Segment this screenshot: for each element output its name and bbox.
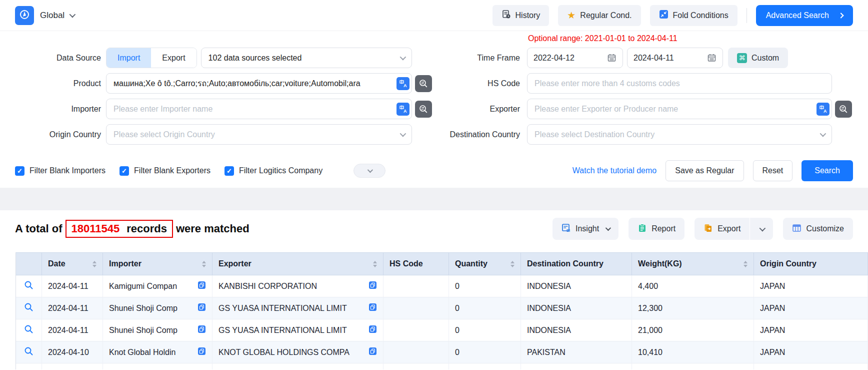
advanced-search-button[interactable]: Advanced Search (756, 5, 853, 26)
custom-range-button[interactable]: ⌘ Custom (728, 48, 788, 68)
chevron-down-icon[interactable] (70, 12, 76, 18)
cell-quantity: 0 (449, 275, 521, 297)
history-button[interactable]: History (492, 5, 550, 26)
cell-importer: Shunei Shoji Comp (103, 297, 212, 319)
row-search-icon[interactable] (24, 324, 34, 336)
translate-icon[interactable]: A (816, 103, 830, 116)
date-start-input[interactable]: 2022-04-12 (527, 48, 623, 68)
table-header-row: Date Importer Exporter HS Code Quantity … (16, 252, 868, 275)
copy-icon[interactable] (368, 281, 377, 291)
origin-country-placeholder: Please select Origin Country (114, 130, 215, 139)
insight-button[interactable]: BI Insight (552, 218, 618, 240)
fold-conditions-button[interactable]: Fold Conditions (650, 5, 738, 26)
header-importer: Importer (103, 252, 212, 275)
header-importer-label: Importer (109, 259, 142, 268)
translate-icon[interactable]: A (396, 103, 410, 116)
export-toggle[interactable]: Export (151, 48, 196, 68)
regular-cond-button[interactable]: ★ Regular Cond. (558, 5, 640, 26)
origin-country-select[interactable]: Please select Origin Country (106, 124, 412, 145)
date-end-input[interactable]: 2024-04-11 (627, 48, 723, 68)
customize-button[interactable]: Customize (783, 218, 853, 240)
copy-icon[interactable] (368, 303, 377, 313)
import-toggle[interactable]: Import (106, 48, 151, 68)
destination-country-label: Destination Country (435, 130, 520, 139)
command-icon: ⌘ (737, 53, 747, 63)
filter-blank-importers-label: Filter Blank Importers (30, 166, 106, 175)
header-origin-label: Origin Country (760, 259, 816, 268)
header-destination: Destination Country (521, 252, 632, 275)
cell-hs-code (384, 297, 449, 319)
copy-icon[interactable] (198, 325, 206, 335)
fuzzy-search-icon[interactable] (415, 101, 432, 118)
sort-icon[interactable] (88, 261, 96, 267)
sort-icon[interactable] (506, 261, 514, 267)
cell-exporter: GS YUASA INTERNATIONAL LIMIT (212, 297, 384, 319)
optional-range-hint: Optional range: 2021-01-01 to 2024-04-11 (528, 34, 678, 43)
chevron-down-icon (368, 167, 373, 173)
cell-quantity: 0 (449, 297, 521, 319)
collapse-conditions-button[interactable] (354, 164, 386, 178)
row-search-icon[interactable] (24, 302, 34, 314)
table-row: 2024-04-10 Knot Global Holdin KNOT GLOBA… (16, 341, 868, 363)
svg-text:BI: BI (566, 229, 570, 232)
fold-conditions-label: Fold Conditions (673, 11, 728, 20)
cell-destination: INDONESIA (521, 319, 632, 341)
search-button[interactable]: Search (802, 160, 853, 181)
svg-text:A: A (404, 109, 407, 114)
svg-text:A: A (404, 83, 407, 88)
cell-destination: PAKISTAN (521, 341, 632, 363)
report-icon (638, 223, 647, 235)
sort-icon[interactable] (369, 261, 377, 267)
chevron-down-icon (759, 225, 766, 231)
cell-exporter: KNOT GLOBAL HOLDINGS COMPA (212, 341, 384, 363)
hs-code-input[interactable] (527, 73, 832, 94)
copy-icon[interactable] (198, 303, 206, 313)
filter-blank-importers-checkbox[interactable]: ✓ Filter Blank Importers (15, 166, 106, 176)
region-selector-label[interactable]: Global (40, 11, 64, 21)
copy-icon[interactable] (368, 325, 377, 335)
filter-blank-exporters-checkbox[interactable]: ✓ Filter Blank Exporters (120, 166, 210, 176)
cell-hs-code (384, 319, 449, 341)
export-icon (704, 223, 713, 235)
destination-country-select[interactable]: Please select Destination Country (527, 124, 832, 145)
filter-blank-exporters-label: Filter Blank Exporters (134, 166, 210, 175)
calendar-icon (607, 53, 616, 63)
reset-button[interactable]: Reset (753, 160, 793, 181)
copy-icon[interactable] (198, 347, 206, 357)
header-quantity-label: Quantity (455, 259, 488, 268)
fuzzy-search-icon[interactable] (835, 101, 852, 118)
topbar: Global History ★ Regular Cond. Fold Cond… (0, 0, 868, 31)
sort-icon[interactable] (740, 261, 748, 267)
translate-icon[interactable]: A (396, 77, 410, 90)
section-separator (0, 188, 868, 210)
export-options-button[interactable] (750, 218, 773, 240)
tutorial-demo-link[interactable]: Watch the tutorial demo (572, 166, 656, 175)
save-as-regular-button[interactable]: Save as Regular (666, 160, 744, 181)
cell-origin: JAPAN (754, 341, 868, 363)
customize-columns-icon (792, 223, 802, 235)
exporter-input[interactable] (527, 99, 832, 119)
insight-label: Insight (576, 224, 599, 233)
sort-icon[interactable] (198, 261, 206, 267)
fuzzy-search-icon[interactable] (415, 75, 432, 92)
customize-label: Customize (806, 224, 844, 233)
importer-input[interactable] (106, 99, 412, 119)
cell-date: 2024-04-10 (42, 341, 103, 363)
product-input[interactable] (106, 73, 412, 94)
report-button[interactable]: Report (628, 218, 684, 240)
app-logo[interactable] (15, 6, 34, 25)
export-button[interactable]: Export (694, 218, 750, 240)
row-search-icon[interactable] (24, 280, 34, 292)
cell-date: 2024-04-11 (42, 275, 103, 297)
header-date: Date (42, 252, 103, 275)
data-sources-select[interactable]: 102 data sources selected (201, 48, 412, 68)
copy-icon[interactable] (368, 347, 377, 357)
report-label: Report (652, 224, 676, 233)
copy-icon[interactable] (198, 281, 206, 291)
row-search-icon[interactable] (24, 346, 34, 358)
checkbox-checked-icon: ✓ (224, 166, 234, 176)
header-weight-label: Weight(KG) (638, 259, 682, 268)
filter-logitics-company-checkbox[interactable]: ✓ Filter Logitics Company (224, 166, 322, 176)
cell-weight: 10,410 (632, 341, 754, 363)
cell-weight: 4,400 (632, 275, 754, 297)
